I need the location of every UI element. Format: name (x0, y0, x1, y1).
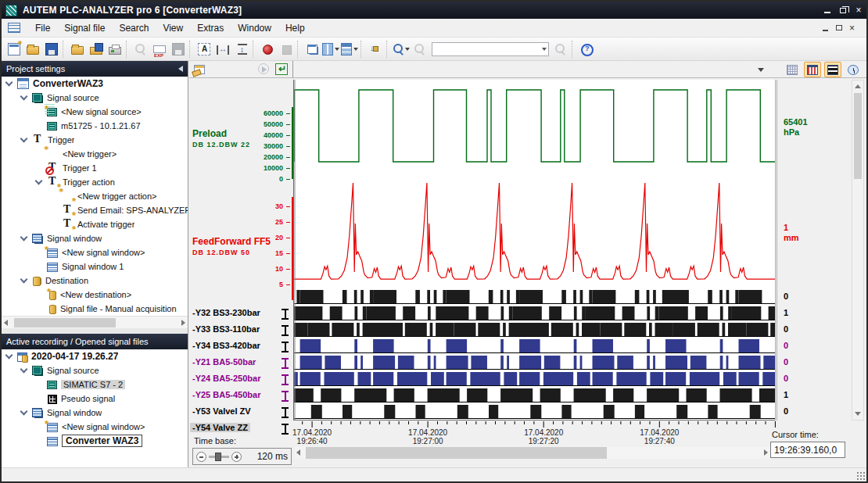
tree-item[interactable]: ConverterWAZ3 (2, 77, 188, 91)
menu-signal-file[interactable]: Signal file (57, 20, 112, 36)
cursor-time-value[interactable]: 19:26:39.160,0 (770, 442, 845, 458)
collapse-panel-icon[interactable] (175, 66, 183, 72)
scroll-right-icon[interactable] (181, 320, 185, 326)
chevron-down-icon[interactable] (335, 48, 339, 53)
scroll-left-icon[interactable] (296, 449, 300, 456)
menu-search[interactable]: Search (112, 20, 156, 36)
tree-item[interactable]: <New signal window> (2, 245, 188, 259)
tree-item[interactable]: Signal window (2, 406, 188, 420)
tree-item[interactable]: Activate trigger (2, 217, 188, 231)
chart-hscrollbar[interactable] (295, 447, 769, 459)
tree-item[interactable]: <New trigger> (2, 147, 188, 161)
tree-item[interactable]: Pseudo signal (2, 392, 188, 406)
menu-window[interactable]: Window (231, 20, 278, 36)
help-button[interactable] (578, 41, 595, 58)
open-file-button[interactable] (24, 41, 41, 58)
tree-item[interactable]: <New signal window> (2, 420, 188, 434)
scroll-down-icon[interactable] (855, 412, 861, 416)
chevron-down-icon[interactable] (353, 48, 358, 53)
recording-panel-header: Active recording / Opened signal files (2, 334, 188, 349)
jump-to-live-button[interactable] (275, 63, 288, 75)
tile-horizontal-button[interactable] (341, 41, 358, 58)
tree-item[interactable]: Destination (2, 274, 188, 288)
slider-thumb[interactable] (215, 453, 221, 461)
open-project-button[interactable] (69, 41, 86, 58)
signal-plot[interactable] (293, 80, 776, 428)
chevron-expanded-icon[interactable] (20, 93, 28, 101)
tree-item[interactable]: Signal window (2, 231, 188, 245)
close-button[interactable]: × (851, 4, 866, 16)
chart-vscrollbar[interactable] (852, 80, 864, 420)
tree-item[interactable]: m51725 - 10.1.21.67 (2, 119, 188, 133)
save-file-button[interactable] (43, 41, 60, 58)
menu-extras[interactable]: Extras (190, 20, 231, 36)
time-base-minus-button[interactable] (196, 452, 206, 462)
tree-item[interactable]: <New trigger action> (2, 189, 188, 203)
cascade-windows-button[interactable] (303, 41, 321, 58)
tree-item[interactable]: Signal window 1 (2, 259, 188, 274)
scroll-left-icon[interactable] (4, 320, 8, 326)
zoom-icon (393, 43, 404, 55)
tree-item[interactable]: <New destination> (2, 288, 188, 302)
hscroll-thumb[interactable] (14, 318, 116, 327)
sync-scroll-button[interactable] (367, 41, 384, 58)
vscroll-thumb[interactable] (854, 93, 862, 179)
tree-item[interactable]: Signal file - Manual acquisition (2, 302, 188, 316)
export-button[interactable] (151, 41, 168, 58)
search-combobox[interactable] (432, 42, 549, 56)
save-project-button[interactable] (88, 41, 105, 58)
tree-item[interactable]: Trigger (2, 133, 188, 147)
tree-item[interactable]: <New signal source> (2, 105, 188, 119)
tree-item-label: <New signal window> (62, 422, 145, 431)
tree-item[interactable]: Converter WAZ3 (2, 434, 188, 448)
time-base-plus-button[interactable] (231, 452, 242, 462)
chevron-down-icon[interactable] (542, 48, 547, 53)
tree-item[interactable]: Trigger 1 (2, 161, 188, 175)
table-view-button[interactable] (804, 62, 821, 77)
chevron-expanded-icon[interactable] (20, 135, 28, 143)
grid-view-button[interactable] (784, 62, 801, 77)
tree-item[interactable]: Signal source (2, 363, 188, 377)
y-tick-icon (286, 179, 290, 180)
scroll-right-icon[interactable] (764, 449, 768, 456)
new-project-button[interactable] (5, 41, 23, 58)
chevron-down-icon[interactable] (758, 68, 764, 75)
mdi-close-button[interactable]: × (845, 22, 859, 34)
chevron-expanded-icon[interactable] (20, 276, 28, 284)
measure-vertical-button[interactable] (233, 41, 250, 58)
hscroll-thumb[interactable] (306, 447, 607, 459)
menu-help[interactable]: Help (278, 20, 312, 36)
menu-view[interactable]: View (156, 20, 190, 36)
tree-item[interactable]: SIMATIC S7 - 2 (2, 377, 188, 392)
sidebar-hscrollbar[interactable] (2, 316, 188, 328)
y-tick-label: 40000 (242, 131, 283, 139)
minimize-button[interactable] (820, 4, 835, 16)
time-base-slider[interactable] (209, 456, 229, 458)
record-button[interactable] (259, 41, 276, 58)
waveform-view-button[interactable] (824, 62, 841, 77)
tile-vertical-button[interactable] (322, 41, 339, 58)
chevron-expanded-icon[interactable] (35, 177, 43, 185)
menu-file[interactable]: File (28, 20, 57, 36)
tree-item[interactable]: Trigger action (2, 175, 188, 189)
scroll-up-icon[interactable] (855, 84, 861, 88)
chevron-expanded-icon[interactable] (5, 79, 13, 87)
restore-button[interactable] (835, 4, 851, 16)
chevron-expanded-icon[interactable] (20, 234, 28, 242)
signal-properties-button[interactable] (194, 65, 205, 74)
time-view-button[interactable] (845, 62, 862, 77)
chevron-expanded-icon[interactable] (20, 366, 28, 374)
chevron-down-icon[interactable] (405, 48, 410, 53)
mdi-minimize-button[interactable] (819, 22, 832, 34)
tree-item[interactable]: 2020-04-17 19.26.27 (2, 349, 188, 363)
mdi-restore-button[interactable] (832, 22, 845, 34)
print-button[interactable] (106, 41, 124, 58)
zoom-button[interactable] (393, 41, 410, 58)
text-label-button[interactable] (195, 41, 213, 58)
tree-item[interactable]: Signal source (2, 91, 188, 105)
tree-item[interactable]: Send Email: SPS-ANALYZER (2, 203, 188, 217)
chevron-expanded-icon[interactable] (20, 408, 28, 416)
measure-horizontal-button[interactable] (214, 41, 231, 58)
chevron-expanded-icon[interactable] (5, 352, 13, 360)
resize-grip-icon[interactable] (856, 471, 865, 480)
